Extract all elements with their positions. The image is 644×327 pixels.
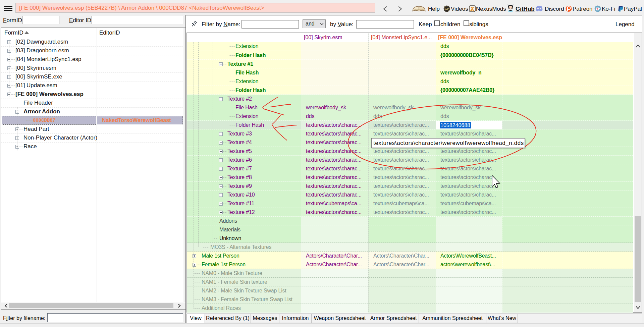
- svg-text:GP: GP: [445, 7, 449, 10]
